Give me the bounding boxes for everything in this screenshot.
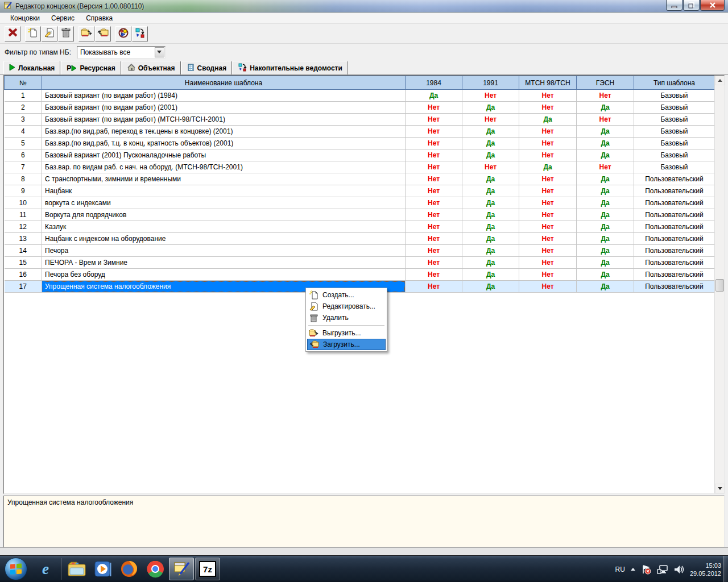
table-cell[interactable]: 5: [5, 138, 42, 149]
template-name-cell[interactable]: Баз.вар.(по вид.раб, т.ц. в конц, кратно…: [42, 138, 406, 149]
tab-summary[interactable]: Сводная: [181, 61, 233, 74]
table-cell[interactable]: Базовый: [634, 149, 715, 161]
table-cell[interactable]: Нет: [519, 173, 577, 185]
col-1991[interactable]: 1991: [462, 76, 519, 90]
template-name-cell[interactable]: Баз.вар.(по вид.раб, переход в тек.цены …: [42, 126, 406, 138]
table-cell[interactable]: Да: [577, 102, 634, 114]
table-cell[interactable]: Пользовательский: [634, 173, 715, 185]
table-cell[interactable]: Нет: [519, 90, 577, 102]
description-memo[interactable]: Упрощенная система налогообложения: [3, 496, 725, 547]
delete-button[interactable]: [5, 26, 20, 41]
table-cell[interactable]: Пользовательский: [634, 245, 715, 257]
table-cell[interactable]: Нет: [519, 233, 577, 245]
table-cell[interactable]: Пользовательский: [634, 209, 715, 221]
context-item-unload[interactable]: Выгрузить...: [307, 327, 386, 339]
close-button[interactable]: [700, 0, 725, 11]
table-cell[interactable]: Нет: [519, 185, 577, 197]
template-name-cell[interactable]: Баз.вар. по видам раб. с нач. на оборуд.…: [42, 161, 406, 173]
menu-service[interactable]: Сервис: [46, 13, 80, 23]
table-row[interactable]: 16Печора без оборудНетДаНетДаПользовател…: [5, 269, 715, 281]
table-row[interactable]: 4Баз.вар.(по вид.раб, переход в тек.цены…: [5, 126, 715, 138]
template-name-cell[interactable]: Печора: [42, 245, 406, 257]
taskbar-internet-explorer[interactable]: e: [33, 558, 58, 580]
tab-resource[interactable]: P Ресурсная: [61, 61, 121, 74]
language-indicator[interactable]: RU: [615, 566, 625, 573]
filter-combobox[interactable]: Показывать все: [77, 46, 166, 59]
table-cell[interactable]: Нет: [519, 257, 577, 269]
template-name-cell[interactable]: Печора без оборуд: [42, 269, 406, 281]
template-name-cell[interactable]: Базовый вариант (по видам работ) (1984): [42, 90, 406, 102]
context-item-edit[interactable]: Редактировать...: [307, 301, 386, 312]
template-name-cell[interactable]: Нацбанк с индексом на оборудование: [42, 233, 406, 245]
table-cell[interactable]: 13: [5, 233, 42, 245]
table-cell[interactable]: Да: [462, 209, 519, 221]
table-cell[interactable]: Нет: [519, 149, 577, 161]
table-cell[interactable]: Нет: [406, 173, 462, 185]
table-cell[interactable]: Нет: [462, 161, 519, 173]
table-cell[interactable]: Нет: [406, 221, 462, 233]
table-cell[interactable]: Нет: [406, 114, 462, 126]
table-cell[interactable]: Да: [462, 221, 519, 233]
table-cell[interactable]: 4: [5, 126, 42, 138]
table-cell[interactable]: Да: [577, 126, 634, 138]
template-name-cell[interactable]: Базовый вариант (по видам работ) (2001): [42, 102, 406, 114]
table-cell[interactable]: Нет: [519, 197, 577, 209]
table-cell[interactable]: Да: [577, 138, 634, 149]
template-name-cell[interactable]: Нацбанк: [42, 185, 406, 197]
trash-button[interactable]: [58, 26, 74, 41]
table-cell[interactable]: Да: [577, 233, 634, 245]
context-item-load[interactable]: Загрузить...: [307, 339, 386, 350]
export-button[interactable]: [78, 26, 94, 41]
table-cell[interactable]: Да: [462, 233, 519, 245]
table-row[interactable]: 14ПечораНетДаНетДаПользовательский: [5, 245, 715, 257]
minimize-button[interactable]: [666, 0, 682, 11]
table-cell[interactable]: Пользовательский: [634, 221, 715, 233]
table-row[interactable]: 11Воркута для подрядчиковНетДаНетДаПольз…: [5, 209, 715, 221]
table-cell[interactable]: 2: [5, 102, 42, 114]
table-cell[interactable]: Да: [577, 257, 634, 269]
table-cell[interactable]: 12: [5, 221, 42, 233]
taskbar-7zip[interactable]: 7z: [195, 558, 220, 580]
table-cell[interactable]: Да: [462, 185, 519, 197]
col-type[interactable]: Тип шаблона: [634, 76, 715, 90]
table-cell[interactable]: 15: [5, 257, 42, 269]
menu-endings[interactable]: Концовки: [5, 13, 46, 23]
table-row[interactable]: 13Нацбанк с индексом на оборудованиеНетД…: [5, 233, 715, 245]
table-cell[interactable]: Нет: [406, 102, 462, 114]
table-row[interactable]: 6Базовый вариант (2001) Пусконаладочные …: [5, 149, 715, 161]
table-cell[interactable]: Нет: [406, 281, 462, 293]
table-cell[interactable]: Да: [577, 269, 634, 281]
table-row[interactable]: 1Базовый вариант (по видам работ) (1984)…: [5, 90, 715, 102]
table-cell[interactable]: Пользовательский: [634, 257, 715, 269]
start-button[interactable]: [5, 558, 27, 580]
table-cell[interactable]: Нет: [406, 233, 462, 245]
action-center-icon[interactable]: [641, 564, 651, 575]
table-cell[interactable]: Да: [519, 161, 577, 173]
table-cell[interactable]: Нет: [462, 90, 519, 102]
table-cell[interactable]: Нет: [519, 126, 577, 138]
table-cell[interactable]: Нет: [406, 149, 462, 161]
restore-button[interactable]: [683, 0, 700, 11]
table-cell[interactable]: Да: [519, 114, 577, 126]
table-row[interactable]: 7Баз.вар. по видам раб. с нач. на оборуд…: [5, 161, 715, 173]
table-cell[interactable]: 8: [5, 173, 42, 185]
table-cell[interactable]: 14: [5, 245, 42, 257]
table-cell[interactable]: Да: [462, 138, 519, 149]
table-cell[interactable]: Да: [577, 209, 634, 221]
table-cell[interactable]: Нет: [406, 245, 462, 257]
table-cell[interactable]: Нет: [406, 197, 462, 209]
scroll-down-button[interactable]: [715, 484, 725, 493]
table-cell[interactable]: 10: [5, 197, 42, 209]
table-cell[interactable]: Нет: [519, 209, 577, 221]
template-name-cell[interactable]: Базовый вариант (2001) Пусконаладочные р…: [42, 149, 406, 161]
table-cell[interactable]: Пользовательский: [634, 233, 715, 245]
table-cell[interactable]: Пользовательский: [634, 269, 715, 281]
table-cell[interactable]: Да: [462, 245, 519, 257]
taskbar-chrome[interactable]: [143, 558, 168, 580]
table-cell[interactable]: Пользовательский: [634, 197, 715, 209]
table-cell[interactable]: Базовый: [634, 161, 715, 173]
table-cell[interactable]: Да: [462, 173, 519, 185]
table-cell[interactable]: Да: [577, 197, 634, 209]
template-name-cell[interactable]: Базовый вариант (по видам работ) (МТСН-9…: [42, 114, 406, 126]
clock[interactable]: 15:03 29.05.2012: [690, 562, 721, 577]
